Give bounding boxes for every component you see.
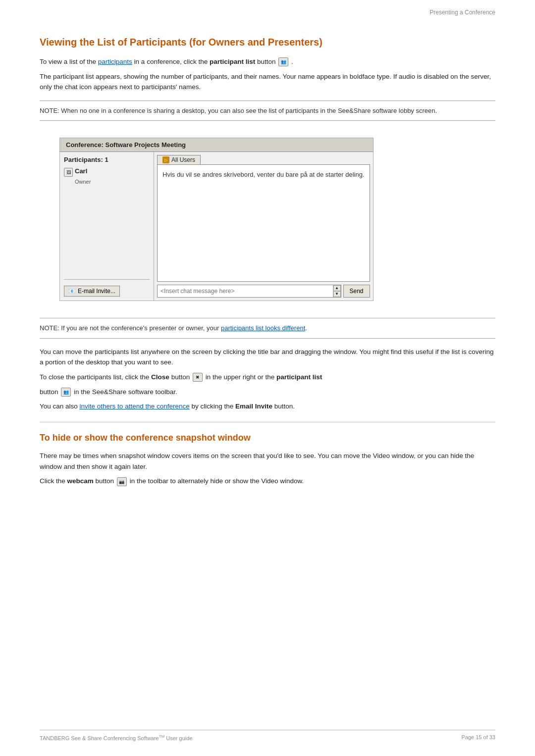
para-toolbar2: in the See&Share software toolbar.	[74, 388, 177, 396]
conference-title-bar: Conference: Software Projects Meeting	[60, 138, 373, 152]
email-invite-icon: 📧	[68, 288, 76, 295]
para1-period: .	[291, 58, 293, 65]
conference-dialog: Conference: Software Projects Meeting Pa…	[59, 138, 374, 301]
participants-panel: Participants: 1 🖼 Carl Owner 📧 E-mail In…	[60, 152, 154, 301]
note2-link[interactable]: participants list looks different	[221, 324, 305, 332]
para-toolbar-btn-label: button	[40, 388, 58, 396]
note1-box: NOTE: When no one in a conference is sha…	[40, 101, 495, 121]
para1-suffix: in a conference, click the	[132, 58, 210, 65]
participant-role: Owner	[75, 179, 150, 185]
para1: To view a list of the participants in a …	[40, 56, 495, 67]
para-invite: You can also invite others to attend the…	[40, 401, 495, 412]
scroll-down-btn[interactable]: ▼	[333, 291, 341, 297]
email-invite-button[interactable]: 📧 E-mail Invite...	[64, 286, 120, 297]
para-invite-prefix: You can also	[40, 403, 80, 410]
section1-title: Viewing the List of Participants (for Ow…	[40, 36, 495, 49]
email-invite-label: E-mail Invite...	[78, 288, 115, 295]
all-users-tab-icon: ▷	[162, 156, 169, 163]
section2-para2-prefix: Click the	[40, 477, 67, 485]
webcam-icon: 📷	[117, 477, 127, 486]
chat-input[interactable]	[158, 286, 333, 297]
toolbar-participant-icon: 👥	[61, 388, 71, 397]
participant-item: 🖼 Carl	[64, 167, 150, 177]
para-close-mid: button	[169, 373, 190, 381]
footer-right: Page 15 of 33	[461, 734, 495, 741]
all-users-tab-label: All Users	[171, 156, 195, 163]
page-footer: TANDBERG See & Share Conferencing Softwa…	[40, 730, 495, 741]
close-icon: ✖	[193, 373, 203, 382]
para-close-prefix: To close the participants list, click th…	[40, 373, 151, 381]
para-close-bold1: Close	[151, 373, 169, 381]
para-close: To close the participants list, click th…	[40, 372, 495, 383]
note2-box: NOTE: If you are not the conference's pr…	[40, 318, 495, 339]
para-close-bold2: participant list	[276, 373, 322, 381]
participant-list-icon: 👥	[278, 57, 288, 66]
section2-webcam-bold: webcam	[67, 477, 94, 485]
scroll-up-btn[interactable]: ▲	[333, 285, 341, 291]
para-close-mid2: in the upper right or the	[206, 373, 276, 381]
note2-suffix: .	[305, 324, 307, 332]
chat-message-text: Hvis du vil se andres skrivebord, venter…	[162, 171, 365, 178]
chat-input-wrapper: ▲ ▼	[157, 285, 341, 298]
para-invite-end: button.	[272, 403, 295, 410]
section2-para2: Click the webcam button 📷 in the toolbar…	[40, 476, 495, 487]
para-move: You can move the participants list anywh…	[40, 347, 495, 368]
para1-prefix: To view a list of the	[40, 58, 98, 65]
footer-left2-text: User guide	[164, 735, 192, 741]
participants-count: 1	[105, 156, 108, 163]
section2-para1: There may be times when snapshot window …	[40, 451, 495, 472]
all-users-tab[interactable]: ▷ All Users	[157, 155, 201, 164]
footer-left: TANDBERG See & Share Conferencing Softwa…	[40, 734, 193, 741]
conference-title-label: Conference:	[66, 141, 104, 149]
section2-title: To hide or show the conference snapshot …	[40, 432, 495, 444]
section2-para2-end: in the toolbar to alternately hide or sh…	[130, 477, 304, 485]
note2-prefix: NOTE: If you are not the conference's pr…	[40, 324, 221, 332]
invite-link[interactable]: invite others to attend the conference	[80, 403, 190, 410]
send-button[interactable]: Send	[343, 285, 370, 298]
page-header-breadcrumb: Presenting a Conference	[429, 9, 495, 16]
para-invite-suffix: by clicking the	[190, 403, 235, 410]
note1-text: NOTE: When no one in a conference is sha…	[40, 107, 437, 114]
chat-messages-area: Hvis du vil se andres skrivebord, venter…	[157, 164, 370, 282]
para1-end: button	[255, 58, 275, 65]
chat-panel: ▷ All Users Hvis du vil se andres skrive…	[154, 152, 373, 301]
participants-label: Participants:	[64, 156, 103, 163]
conference-body: Participants: 1 🖼 Carl Owner 📧 E-mail In…	[60, 152, 373, 301]
chat-scroll: ▲ ▼	[333, 285, 341, 297]
para2: The participant list appears, showing th…	[40, 71, 495, 93]
section-divider	[40, 422, 495, 422]
participants-link[interactable]: participants	[98, 58, 132, 65]
participant-icon: 🖼	[64, 168, 73, 177]
participant-name: Carl	[75, 167, 87, 175]
para-toolbar: button 👥 in the See&Share software toolb…	[40, 387, 495, 398]
conference-title-name: Software Projects Meeting	[105, 141, 186, 149]
footer-left-text: TANDBERG See & Share Conferencing Softwa…	[40, 735, 159, 741]
section2-para2-mid: button	[94, 477, 114, 485]
para-invite-bold: Email Invite	[235, 403, 272, 410]
footer-tm: TM	[159, 734, 165, 739]
para1-bold: participant list	[210, 58, 255, 65]
chat-input-row: ▲ ▼ Send	[157, 285, 370, 298]
participants-header: Participants: 1	[64, 156, 150, 163]
